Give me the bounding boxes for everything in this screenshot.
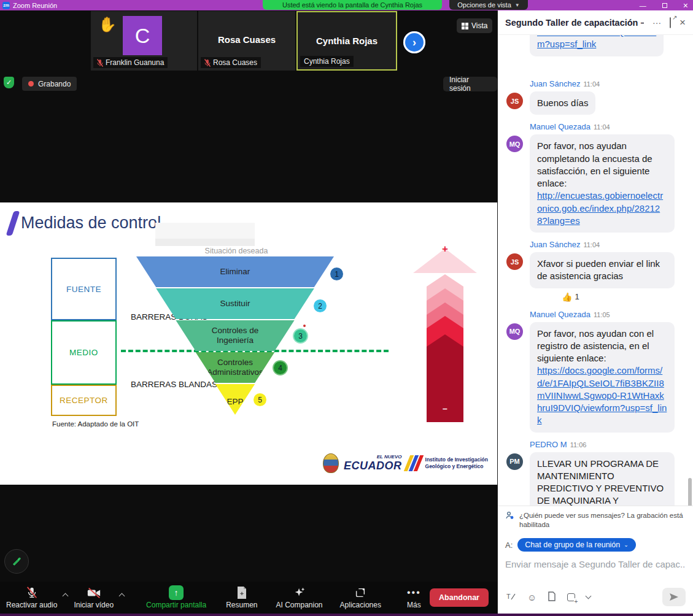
minus-sign: – — [413, 404, 477, 414]
ecuador-coat-of-arms — [323, 453, 339, 473]
video-tile-cynthia-active[interactable]: Cynthia Rojas Cynthia Rojas — [296, 11, 397, 71]
box-fuente: FUENTE — [51, 258, 117, 320]
window-bottom-border — [0, 614, 693, 616]
chat-footer: ¿Quién puede ver sus mensajes? La grabac… — [498, 506, 693, 614]
video-options-chevron[interactable] — [119, 593, 125, 599]
pyramid-layer-eliminar: Eliminar — [136, 256, 334, 287]
chat-more-button[interactable]: ··· — [652, 18, 661, 28]
laser-pointer-dot — [303, 325, 306, 327]
chat-message-input[interactable] — [505, 556, 686, 585]
message-author[interactable]: PEDRO M — [530, 440, 567, 449]
message-bubble: LLEVAR UN PROGRAMA DE MANTENIMIENTO PRED… — [530, 452, 675, 506]
message-author[interactable]: Manuel Quezada — [530, 310, 590, 319]
message: MQ Manuel Quezada11:05 Por favor, nos ay… — [498, 310, 693, 433]
annotate-button[interactable] — [4, 549, 29, 574]
popout-icon — [670, 17, 671, 28]
leave-meeting-button[interactable]: Abandonar — [430, 588, 489, 607]
meeting-toolbar: Reactivar audio Iniciar vídeo ↑ Comparti… — [0, 582, 497, 614]
mic-muted-icon — [204, 59, 211, 67]
avatar: MQ — [506, 136, 523, 152]
ai-sparkle-icon — [293, 586, 306, 599]
more-button[interactable]: ••• Más — [402, 585, 426, 610]
chevron-down-icon: ⌄ — [624, 542, 629, 548]
zoom-window: zm Zoom Reunión Usted está viendo la pan… — [0, 0, 693, 616]
chat-panel: Segundo Taller de capacitación –... ··· … — [497, 10, 693, 614]
pencil-icon — [10, 555, 23, 568]
message: MQ Manuel Quezada11:04 Por favor, nos ay… — [498, 122, 693, 233]
maximize-button[interactable] — [662, 2, 667, 9]
apps-button[interactable]: Aplicaciones — [335, 585, 386, 610]
unmute-button[interactable]: Reactivar audio — [1, 585, 62, 610]
minimize-button[interactable]: — — [640, 2, 646, 9]
chat-link[interactable]: http://encuestas.gobiernoelectronico.gob… — [537, 190, 663, 226]
view-layout-button[interactable]: Vista — [457, 18, 492, 33]
source-caption: Fuente: Adaptado de la OIT — [52, 420, 139, 428]
recipient-selector[interactable]: Chat de grupo de la reunión ⌄ — [517, 538, 636, 552]
more-dots-icon: ••• — [407, 586, 421, 599]
send-icon — [669, 593, 679, 601]
app-title: Zoom Reunión — [13, 2, 57, 9]
message-time: 11:05 — [594, 311, 610, 318]
chat-link[interactable]: R1WtHaxkhruI9DVIQ/viewform?usp=sf_link — [537, 35, 656, 49]
message-bubble: Por favor, nos ayudan completando la enc… — [530, 134, 675, 233]
message-time: 11:04 — [583, 80, 600, 88]
sign-in-button[interactable]: Iniciar sesión — [443, 77, 497, 91]
avatar: JS — [506, 253, 523, 270]
start-video-button[interactable]: Iniciar vídeo — [69, 585, 118, 610]
message: JS Juan Sánchez11:04 Buenos días — [498, 79, 693, 115]
video-tile-rosa[interactable]: Rosa Cuases Rosa Cuases — [198, 11, 295, 71]
flag-stripes-icon — [407, 455, 420, 471]
badge-5: 5 — [254, 393, 266, 406]
privacy-icon — [505, 511, 514, 529]
svg-text:T: T — [506, 593, 511, 600]
participant-name-chip: Cynthia Rojas — [300, 56, 354, 67]
close-button[interactable]: × — [683, 1, 688, 10]
popout-button[interactable] — [670, 18, 671, 28]
shared-screen-slide: Medidas de control Situación deseada FUE… — [0, 202, 497, 485]
badge-4: 4 — [274, 361, 287, 374]
thumbs-up-reaction[interactable]: 👍1 — [562, 292, 579, 302]
pyramid-layer-administrativos: Controles Administrativos — [136, 352, 334, 383]
security-shield-icon[interactable]: ✓ — [4, 77, 14, 88]
chat-link[interactable]: https://docs.google.com/forms/d/e/1FAIpQ… — [537, 365, 667, 425]
audio-options-chevron[interactable] — [63, 593, 69, 599]
pyramid-layer-epp: EPP — [136, 384, 334, 415]
message-time: 11:06 — [570, 441, 587, 449]
message-bubble: R1WtHaxkhruI9DVIQ/viewform?usp=sf_link — [530, 35, 664, 56]
recording-indicator[interactable]: Grabando — [22, 77, 77, 91]
avatar: JS — [506, 93, 523, 109]
message-bubble: Por favor, nos ayudan con el registro de… — [530, 322, 675, 433]
attach-file-button[interactable] — [548, 591, 556, 603]
send-button[interactable] — [662, 588, 686, 606]
message: JS Juan Sánchez11:04 Xfavor si pueden en… — [498, 240, 693, 302]
chat-close-button[interactable]: × — [679, 17, 686, 29]
titlebar: zm Zoom Reunión Usted está viendo la pan… — [0, 0, 693, 10]
raised-hand-icon: ✋ — [98, 16, 117, 33]
plus-sign: + — [413, 243, 477, 255]
share-screen-button[interactable]: ↑ Compartir pantalla — [141, 585, 211, 610]
ai-companion-button[interactable]: AI Companion — [271, 585, 328, 610]
chevron-down-icon: ▼ — [515, 2, 520, 8]
more-input-options-chevron[interactable] — [586, 593, 592, 599]
chat-message-list[interactable]: R1WtHaxkhruI9DVIQ/viewform?usp=sf_link J… — [498, 35, 693, 506]
avatar: MQ — [506, 323, 523, 340]
chat-header: Segundo Taller de capacitación –... ··· … — [498, 10, 693, 35]
box-receptor: RECEPTOR — [51, 385, 117, 416]
blurred-region — [155, 223, 255, 246]
message-author[interactable]: Juan Sánchez — [530, 79, 580, 88]
emoji-button[interactable]: ☺ — [527, 592, 536, 603]
format-text-button[interactable]: T — [506, 591, 516, 603]
summary-button[interactable]: Resumen — [221, 585, 262, 610]
message: PM PEDRO M11:06 LLEVAR UN PROGRAMA DE MA… — [498, 440, 693, 506]
zoom-app-icon: zm — [2, 2, 10, 9]
next-participants-button[interactable]: › — [403, 31, 425, 53]
view-options-button[interactable]: Opciones de vista▼ — [449, 0, 528, 10]
chat-scrollbar[interactable] — [688, 478, 692, 506]
message-author[interactable]: Juan Sánchez — [530, 240, 580, 249]
share-screen-icon: ↑ — [169, 585, 184, 600]
badge-2: 2 — [314, 299, 327, 312]
screenshot-button[interactable] — [567, 593, 575, 601]
title-slash-decoration — [6, 211, 20, 236]
video-tile-franklin[interactable]: ✋ C Franklin Guanuna — [91, 11, 197, 71]
message-author[interactable]: Manuel Quezada — [530, 122, 590, 131]
